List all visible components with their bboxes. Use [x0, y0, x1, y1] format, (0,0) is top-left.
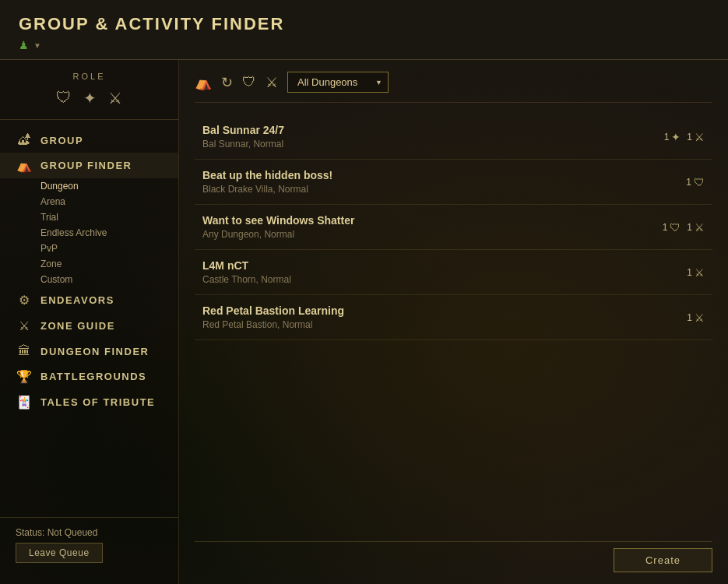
slot-group: 1 ⚔ — [687, 266, 705, 279]
sub-nav-custom[interactable]: Custom — [40, 272, 178, 287]
role-section: ROLE 🛡 ✦ ⚔ — [0, 72, 178, 120]
filter-shield2-icon: ⚔ — [266, 74, 278, 91]
endeavors-icon: ⚙ — [16, 293, 33, 308]
slot-group: 1 ⚔ — [687, 311, 705, 324]
sidebar-item-dungeon-finder-label: DUNGEON FINDER — [40, 346, 149, 357]
filter-refresh-icon[interactable]: ↻ — [221, 74, 233, 91]
tank-slot-icon: 🛡 — [694, 176, 705, 188]
sidebar-item-group-finder-label: GROUP FINDER — [40, 160, 132, 171]
filter-bar: ⛺ ↻ 🛡 ⚔ All Dungeons Normal Veteran Hard… — [195, 72, 712, 103]
slot-group: 1 🛡 — [663, 221, 681, 234]
chevron-down-icon: ▼ — [33, 41, 41, 50]
dps-slot-icon: ⚔ — [695, 266, 705, 279]
role-label: ROLE — [12, 72, 167, 81]
sidebar-item-tales-label: TALES OF TRIBUTE — [40, 396, 155, 408]
listing-slots: 1 ✦ 1 ⚔ — [664, 131, 705, 143]
sub-nav-zone[interactable]: Zone — [40, 256, 178, 272]
listing-info: Bal Sunnar 24/7 Bal Sunnar, Normal — [202, 124, 664, 150]
slot-num: 1 — [664, 132, 670, 142]
listing-info: Beat up the hidden boss! Black Drake Vil… — [202, 169, 686, 195]
slot-group: 1 ⚔ — [687, 131, 705, 143]
listing-title: Red Petal Bastion Learning — [202, 304, 687, 317]
right-panel: ⛺ ↻ 🛡 ⚔ All Dungeons Normal Veteran Hard… — [179, 60, 728, 584]
dungeon-filter-dropdown[interactable]: All Dungeons Normal Veteran Hardmode — [287, 72, 389, 93]
sidebar-item-group-finder[interactable]: ⛺ GROUP FINDER — [0, 153, 178, 178]
listing-title: Beat up the hidden boss! — [202, 169, 686, 181]
listing-slots: 1 ⚔ — [687, 266, 705, 279]
listing-slots: 1 🛡 — [686, 176, 705, 188]
sub-nav-endless-archive[interactable]: Endless Archive — [40, 225, 178, 241]
sidebar-nav: ROLE 🛡 ✦ ⚔ 🏕 GROUP ⛺ GROU — [0, 72, 178, 517]
sub-nav-trial[interactable]: Trial — [40, 209, 178, 225]
sidebar-item-battlegrounds[interactable]: 🏆 BATTLEGROUNDS — [0, 364, 178, 389]
group-finder-icon: ⛺ — [16, 158, 33, 173]
slot-group: 1 🛡 — [686, 176, 705, 188]
page-title: GROUP & ACTIVITY FINDER — [19, 14, 709, 34]
slot-num: 1 — [687, 222, 692, 233]
listing-subtitle: Red Petal Bastion, Normal — [202, 319, 687, 330]
listing-item[interactable]: L4M nCT Castle Thorn, Normal 1 ⚔ — [195, 250, 712, 295]
dps-slot-icon: ⚔ — [695, 221, 705, 234]
page-wrapper: GROUP & ACTIVITY FINDER ♟ ▼ ROLE 🛡 ✦ ⚔ — [0, 0, 728, 584]
slot-num: 1 — [687, 312, 692, 323]
listing-slots: 1 ⚔ — [687, 311, 705, 324]
zone-guide-icon: ⚔ — [16, 318, 33, 333]
dropdown-wrapper: All Dungeons Normal Veteran Hardmode — [287, 72, 389, 93]
listing-slots: 1 🛡 1 ⚔ — [663, 221, 705, 234]
slot-num: 1 — [687, 132, 692, 142]
listing-item[interactable]: Want to see Windows Shatter Any Dungeon,… — [195, 205, 712, 250]
status-text: Status: Not Queued — [16, 527, 163, 538]
filter-shield-icon: 🛡 — [242, 74, 256, 90]
tank-role-icon[interactable]: 🛡 — [56, 89, 72, 107]
listings: Bal Sunnar 24/7 Bal Sunnar, Normal 1 ✦ 1… — [195, 114, 712, 535]
sidebar-item-zone-guide[interactable]: ⚔ ZONE GUIDE — [0, 313, 178, 339]
dps-slot-icon: ⚔ — [695, 131, 705, 143]
sidebar-item-endeavors[interactable]: ⚙ ENDEAVORS — [0, 287, 178, 313]
listing-info: L4M nCT Castle Thorn, Normal — [202, 259, 687, 285]
sidebar-flex: ROLE 🛡 ✦ ⚔ 🏕 GROUP ⛺ GROU — [0, 72, 178, 572]
listing-title: Bal Sunnar 24/7 — [202, 124, 664, 136]
listing-subtitle: Bal Sunnar, Normal — [202, 139, 664, 150]
listing-title: Want to see Windows Shatter — [202, 214, 663, 227]
leave-queue-button[interactable]: Leave Queue — [16, 543, 103, 563]
sub-nav-arena[interactable]: Arena — [40, 194, 178, 209]
bottom-bar: Create — [195, 541, 712, 572]
sidebar-item-dungeon-finder[interactable]: 🏛 DUNGEON FINDER — [0, 339, 178, 364]
sidebar-bottom: Status: Not Queued Leave Queue — [0, 517, 178, 572]
slot-num: 1 — [687, 267, 692, 278]
create-button[interactable]: Create — [614, 548, 712, 572]
listing-subtitle: Black Drake Villa, Normal — [202, 184, 686, 195]
dps-role-icon[interactable]: ⚔ — [108, 89, 122, 107]
listing-item[interactable]: Beat up the hidden boss! Black Drake Vil… — [195, 160, 712, 205]
tales-icon: 🃏 — [16, 395, 33, 410]
sub-nav-dungeon[interactable]: Dungeon — [40, 178, 178, 194]
healer-slot-icon: ✦ — [671, 131, 681, 143]
listing-item[interactable]: Bal Sunnar 24/7 Bal Sunnar, Normal 1 ✦ 1… — [195, 114, 712, 160]
listing-item[interactable]: Red Petal Bastion Learning Red Petal Bas… — [195, 295, 712, 340]
sidebar-item-group[interactable]: 🏕 GROUP — [0, 128, 178, 153]
slot-num: 1 — [686, 177, 691, 188]
sidebar: ROLE 🛡 ✦ ⚔ 🏕 GROUP ⛺ GROU — [0, 60, 179, 584]
dps-slot-icon: ⚔ — [695, 311, 705, 324]
sidebar-item-battlegrounds-label: BATTLEGROUNDS — [40, 371, 146, 382]
listing-info: Red Petal Bastion Learning Red Petal Bas… — [202, 304, 687, 330]
tank-slot-icon: 🛡 — [670, 221, 681, 234]
filter-dungeon-icon: ⛺ — [195, 74, 212, 91]
listing-subtitle: Castle Thorn, Normal — [202, 274, 687, 285]
slot-group: 1 ✦ — [664, 131, 681, 143]
header: GROUP & ACTIVITY FINDER ♟ ▼ — [0, 0, 728, 60]
sub-nav: Dungeon Arena Trial Endless Archive PvP … — [0, 178, 178, 287]
group-icon: 🏕 — [16, 133, 33, 147]
sidebar-item-tales[interactable]: 🃏 TALES OF TRIBUTE — [0, 389, 178, 415]
sidebar-item-endeavors-label: ENDEAVORS — [40, 294, 114, 306]
battlegrounds-icon: 🏆 — [16, 369, 33, 384]
player-icon[interactable]: ♟ — [19, 39, 29, 51]
header-sub: ♟ ▼ — [19, 39, 709, 51]
sub-nav-pvp[interactable]: PvP — [40, 241, 178, 256]
healer-role-icon[interactable]: ✦ — [83, 89, 97, 107]
sidebar-item-group-label: GROUP — [40, 135, 83, 146]
main-content: ROLE 🛡 ✦ ⚔ 🏕 GROUP ⛺ GROU — [0, 60, 728, 584]
listing-title: L4M nCT — [202, 259, 687, 272]
role-icons: 🛡 ✦ ⚔ — [12, 89, 167, 107]
slot-num: 1 — [663, 222, 668, 233]
